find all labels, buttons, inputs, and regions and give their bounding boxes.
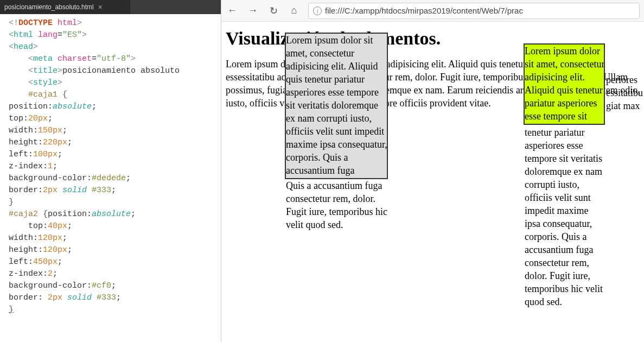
editor-tab-filename: posicionamiento_absoluto.html (4, 3, 94, 11)
code-area[interactable]: <!DOCTYPE html> <html lang="ES"> <head> … (0, 14, 221, 342)
caja1-text: Lorem ipsum dolor sit amet, consectetur … (286, 34, 388, 179)
editor-tab[interactable]: posicionamiento_absoluto.html × (0, 0, 130, 14)
editor-tabbar: posicionamiento_absoluto.html × (0, 0, 221, 14)
caja2-text: Lorem ipsum dolor sit amet, consectetur … (525, 45, 605, 125)
code-editor-pane: posicionamiento_absoluto.html × <!DOCTYP… (0, 0, 221, 342)
caja1-overflow-text: Quis a accusantium fuga consectetur rem,… (286, 179, 389, 231)
browser-toolbar: ← → ↻ ⌂ i file:///C:/xampp/htdocs/mirpas… (221, 0, 644, 22)
forward-button[interactable]: → (246, 4, 259, 17)
home-button[interactable]: ⌂ (288, 4, 301, 17)
close-icon[interactable]: × (98, 3, 103, 11)
reload-button[interactable]: ↻ (267, 4, 280, 17)
paragraph-right-fragment: periores essitatibu giat max (606, 73, 644, 112)
address-bar[interactable]: i file:///C:/xampp/htdocs/mirpas2019/con… (308, 3, 640, 19)
caja2-box: Lorem ipsum dolor sit amet, consectetur … (524, 43, 605, 125)
url-text: file:///C:/xampp/htdocs/mirpas2019/conte… (325, 6, 523, 15)
browser-pane: ← → ↻ ⌂ i file:///C:/xampp/htdocs/mirpas… (221, 0, 644, 342)
caja1-box: Lorem ipsum dolor sit amet, consectetur … (285, 33, 388, 179)
browser-viewport: Visualización de elementos. Lorem ipsum … (221, 22, 644, 342)
arrow-right-icon: → (248, 5, 258, 16)
back-button[interactable]: ← (226, 4, 239, 17)
caja2-overflow-text: tenetur pariatur asperiores esse tempore… (525, 126, 606, 308)
arrow-left-icon: ← (227, 5, 237, 16)
info-icon: i (313, 7, 322, 15)
home-icon: ⌂ (291, 5, 297, 16)
reload-icon: ↻ (270, 5, 278, 17)
